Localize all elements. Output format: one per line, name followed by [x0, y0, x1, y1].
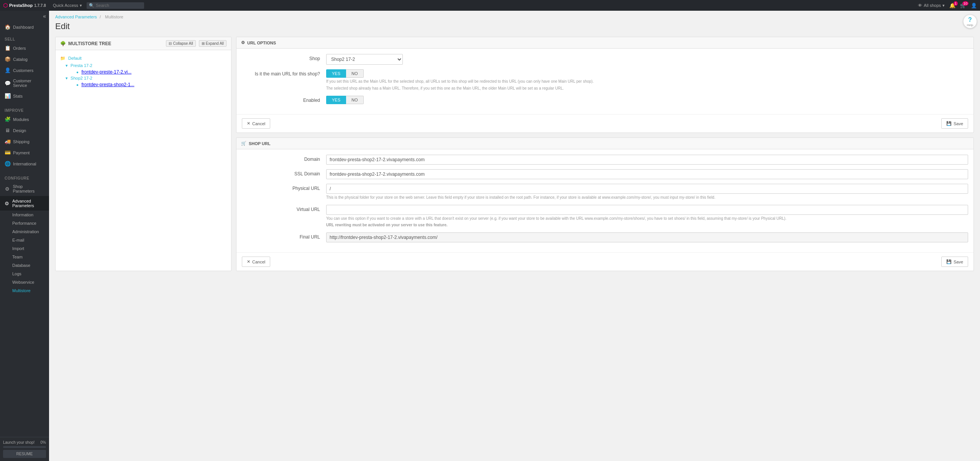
multistore-tree-header: 🌳 MULTISTORE TREE ⊟ Collapse All ⊞ Expan…: [56, 37, 231, 50]
arrow-icon-2: ▾: [66, 76, 68, 80]
url-options-action-bar: ✕ Cancel 💾 Save: [236, 114, 973, 132]
panels-row: 🌳 MULTISTORE TREE ⊟ Collapse All ⊞ Expan…: [55, 37, 974, 276]
virtual-url-input[interactable]: [326, 205, 968, 215]
notifications-btn[interactable]: 🔔 1: [949, 3, 955, 8]
expand-all-button[interactable]: ⊞ Expand All: [199, 40, 227, 47]
main-url-no-btn[interactable]: NO: [346, 69, 364, 78]
sub-item-database[interactable]: Database: [8, 261, 49, 270]
tree-shop2172-link[interactable]: Shop2 17-2: [71, 76, 92, 80]
sidebar-item-payment[interactable]: 💳 Payment: [0, 147, 49, 158]
domain-row: Domain: [242, 155, 968, 165]
quick-access-menu[interactable]: Quick Access ▾: [53, 3, 82, 8]
url-options-cancel-btn[interactable]: ✕ Cancel: [242, 118, 270, 129]
sidebar-item-advanced-parameters[interactable]: ⚙ Advanced Parameters: [0, 196, 49, 211]
resume-button[interactable]: RESUME: [3, 450, 46, 458]
sidebar-item-stats[interactable]: 📊 Stats: [0, 90, 49, 101]
tree-presta172-front-link[interactable]: frontdev-preste-17-2.vi...: [81, 69, 131, 75]
sidebar-item-modules[interactable]: 🧩 Modules: [0, 114, 49, 125]
shop-url-icon: 🛒: [241, 141, 246, 146]
sidebar-item-international[interactable]: 🌐 International: [0, 158, 49, 169]
main-url-toggle: YES NO: [326, 69, 968, 78]
multistore-tree-panel: 🌳 MULTISTORE TREE ⊟ Collapse All ⊞ Expan…: [55, 37, 231, 271]
url-options-save-btn[interactable]: 💾 Save: [941, 118, 968, 129]
sub-item-multistore[interactable]: Multistore: [8, 286, 49, 295]
shop-control-wrap: Shop2 17-2 Presta 17-2 Default: [326, 54, 968, 65]
enabled-label: Enabled: [242, 96, 326, 103]
stats-icon: 📊: [5, 93, 10, 99]
enabled-yes-btn[interactable]: YES: [326, 96, 346, 104]
virtual-url-wrap: You can use this option if you want to c…: [326, 205, 968, 228]
sub-item-logs[interactable]: Logs: [8, 270, 49, 278]
url-options-panel: ⚙ URL OPTIONS Shop Shop2 17-2 Presta 17-…: [236, 37, 974, 133]
physical-url-wrap: This is the physical folder for your sto…: [326, 184, 968, 200]
catalog-icon: 📦: [5, 56, 10, 62]
dot-icon-2: ●: [76, 83, 79, 87]
help-icon: ?: [968, 16, 972, 23]
main-url-control: YES NO If you set this URL as the Main U…: [326, 69, 968, 91]
shop-url-form: Domain SSL Domain Physical U: [236, 149, 973, 252]
save-icon: 💾: [946, 121, 952, 126]
customers-label: Customers: [13, 68, 33, 73]
notif-badge-1: 1: [954, 1, 958, 6]
sub-item-administration[interactable]: Administration: [8, 227, 49, 236]
shop-url-cancel-btn[interactable]: ✕ Cancel: [242, 257, 270, 267]
tree-icon: 🌳: [60, 41, 66, 46]
orders-notification-btn[interactable]: 🛒 10: [960, 3, 966, 8]
shop-url-save-btn[interactable]: 💾 Save: [941, 257, 968, 267]
sidebar: « 🏠 Dashboard SELL 📋 Orders 📦 Catalog 👤 …: [0, 11, 49, 461]
sidebar-item-shop-parameters[interactable]: ⚙ Shop Parameters: [0, 181, 49, 196]
sidebar-toggle[interactable]: «: [0, 11, 49, 21]
tree-shop2172: ▾ Shop2 17-2: [66, 75, 227, 82]
tree-presta172-link[interactable]: Presta 17-2: [71, 63, 92, 68]
shop-select[interactable]: Shop2 17-2 Presta 17-2 Default: [326, 54, 403, 65]
collapse-all-button[interactable]: ⊟ Collapse All: [166, 40, 195, 47]
sidebar-item-customer-service[interactable]: 💬 Customer Service: [0, 76, 49, 90]
breadcrumb: Advanced Parameters / Multistore: [55, 15, 974, 19]
sidebar-footer: Launch your shop! 0% RESUME: [0, 437, 49, 461]
shop-url-header: 🛒 SHOP URL: [236, 138, 973, 149]
sidebar-item-orders[interactable]: 📋 Orders: [0, 43, 49, 54]
help-button[interactable]: ? Help: [963, 15, 977, 28]
url-options-form: Shop Shop2 17-2 Presta 17-2 Default Is i…: [236, 49, 973, 114]
customers-icon: 👤: [5, 67, 10, 73]
final-url-row: Final URL: [242, 232, 968, 242]
sub-item-team[interactable]: Team: [8, 253, 49, 261]
sub-item-performance[interactable]: Performance: [8, 219, 49, 227]
sidebar-item-dashboard[interactable]: 🏠 Dashboard: [0, 21, 49, 33]
search-input[interactable]: [96, 3, 142, 8]
shop-url-title: SHOP URL: [249, 141, 271, 146]
international-icon: 🌐: [5, 161, 10, 167]
tree-default-link[interactable]: Default: [68, 56, 82, 60]
sub-item-email[interactable]: E-mail: [8, 236, 49, 244]
main-url-yes-btn[interactable]: YES: [326, 69, 346, 78]
breadcrumb-parent[interactable]: Advanced Parameters: [55, 15, 97, 19]
enabled-no-btn[interactable]: NO: [346, 96, 364, 104]
notif-badge-2: 10: [962, 1, 969, 6]
sub-item-import[interactable]: Import: [8, 244, 49, 253]
sub-item-information[interactable]: Information: [8, 211, 49, 219]
sidebar-section-sell: SELL 📋 Orders 📦 Catalog 👤 Customers 💬 Cu…: [0, 33, 49, 104]
domain-input[interactable]: [326, 155, 968, 165]
final-url-label: Final URL: [242, 232, 326, 240]
user-menu-btn[interactable]: 👤: [971, 3, 977, 8]
multistore-tree-title: 🌳 MULTISTORE TREE: [60, 41, 111, 46]
virtual-url-help1: You can use this option if you want to c…: [326, 216, 968, 221]
sidebar-item-customers[interactable]: 👤 Customers: [0, 65, 49, 76]
physical-url-input[interactable]: [326, 184, 968, 194]
help-label: Help: [967, 23, 973, 27]
tree-shop2172-front-link[interactable]: frontdev-presta-shop2-1...: [81, 82, 134, 87]
payment-label: Payment: [13, 150, 30, 155]
cancel-icon: ✕: [247, 121, 250, 126]
sub-item-webservice[interactable]: Webservice: [8, 278, 49, 286]
shop-selector[interactable]: 👁 All shops ▾: [918, 3, 945, 8]
sidebar-item-design[interactable]: 🖥 Design: [0, 125, 49, 136]
sidebar-item-catalog[interactable]: 📦 Catalog: [0, 54, 49, 65]
final-url-input: [326, 232, 968, 242]
catalog-label: Catalog: [13, 57, 28, 62]
sidebar-item-shipping[interactable]: 🚚 Shipping: [0, 136, 49, 147]
main-content: Advanced Parameters / Multistore Edit 🌳 …: [49, 11, 980, 461]
ssl-domain-input[interactable]: [326, 169, 968, 179]
customer-service-icon: 💬: [5, 80, 10, 86]
logo: ⬡ PrestaShop 1.7.7.8: [3, 2, 53, 8]
ssl-domain-row: SSL Domain: [242, 169, 968, 179]
